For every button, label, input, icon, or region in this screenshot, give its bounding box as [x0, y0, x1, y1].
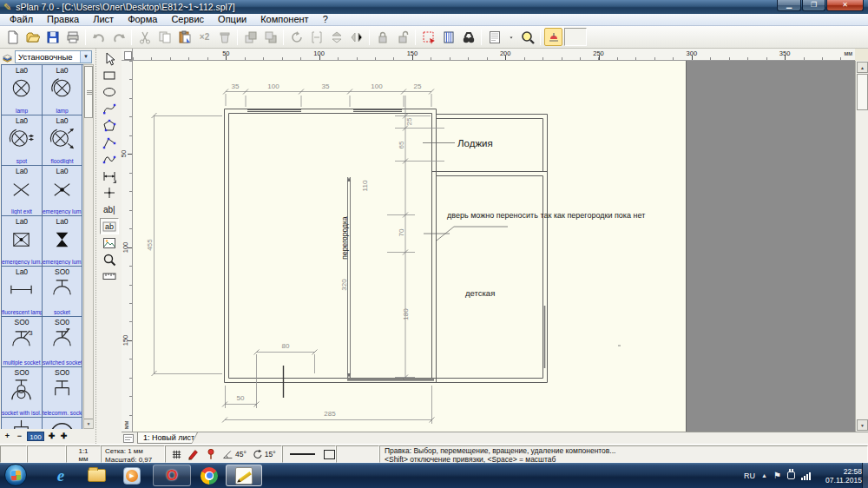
taskbar-opera-button[interactable]: O	[153, 465, 191, 486]
angle-snap-value[interactable]: 45°	[235, 450, 247, 458]
component-mode-button[interactable]	[544, 28, 562, 46]
zoom-window-button[interactable]	[518, 28, 536, 46]
component-emergency-dot[interactable]: La0emergency lum.	[43, 166, 82, 216]
menu-item-правка[interactable]: Правка	[40, 14, 86, 25]
component-telecomm-socket[interactable]: SO0telecomm. socket	[43, 367, 82, 418]
library-nav-up-button[interactable]: ✚	[47, 432, 56, 440]
library-scrollbar[interactable]: ▼	[83, 64, 94, 429]
tool-curve[interactable]	[100, 151, 119, 168]
chevron-down-icon[interactable]: ▼	[80, 51, 91, 63]
flip-horizontal-button[interactable]	[347, 28, 365, 46]
library-zoom-in-button[interactable]: +	[3, 432, 12, 440]
action-center-flag-icon[interactable]: ⚑	[773, 471, 781, 480]
tool-ellipse[interactable]	[100, 84, 119, 101]
search-button[interactable]	[459, 28, 477, 46]
cut-button[interactable]	[135, 28, 154, 46]
paste-button[interactable]	[175, 28, 194, 46]
grid-toggle-icon[interactable]	[171, 449, 182, 460]
component-switched-socket[interactable]: SO0switched socket	[43, 317, 82, 367]
component-light-exit[interactable]: La0light exit	[2, 166, 43, 216]
taskbar-explorer-button[interactable]	[80, 465, 113, 486]
taskbar-media-player-button[interactable]: ▶	[116, 465, 148, 486]
ungroup-button[interactable]	[393, 28, 411, 46]
blank-button[interactable]	[564, 28, 587, 46]
rotate-step-icon[interactable]	[252, 449, 263, 460]
component-spot[interactable]: La0spot	[2, 115, 43, 166]
tool-bezier[interactable]	[100, 101, 119, 117]
component-fluorescent[interactable]: La0fluorescent lamp	[2, 267, 43, 317]
component-lamp[interactable]: La0lamp	[2, 65, 43, 115]
tool-text[interactable]	[100, 201, 119, 218]
tool-rectangle[interactable]	[100, 67, 119, 83]
component-floodlight[interactable]: La0floodlight	[43, 115, 82, 166]
rotate-step-value[interactable]: 15°	[265, 450, 276, 458]
line-style-sample[interactable]	[290, 453, 315, 455]
menu-item-лист[interactable]: Лист	[86, 14, 121, 25]
fill-style-sample[interactable]	[324, 450, 335, 459]
scroll-up-arrow[interactable]: ▲	[857, 62, 868, 73]
sheet-preview-button[interactable]	[485, 28, 503, 46]
menu-item-компонент[interactable]: Компонент	[253, 14, 315, 25]
dropdown-arrow-button[interactable]	[505, 28, 516, 46]
library-scroll-down-arrow[interactable]: ▼	[84, 419, 93, 428]
sheet-tab[interactable]: 1: Новый лист	[137, 432, 198, 444]
menu-item-форма[interactable]: Форма	[121, 14, 164, 25]
title-bar[interactable]: ✎ sPlan 7.0 - [C:\Users\Олег\Desktop\E81…	[0, 0, 868, 14]
canvas-vertical-scrollbar[interactable]: ▲ ▼	[855, 61, 868, 432]
duplicate-button[interactable]: ×2	[195, 28, 214, 46]
print-button[interactable]	[63, 28, 82, 46]
library-zoom-out-button[interactable]: −	[15, 432, 24, 440]
tool-zoom[interactable]	[100, 252, 119, 268]
tool-node[interactable]	[100, 184, 119, 201]
menu-item-файл[interactable]: Файл	[3, 14, 40, 25]
scrollbar-thumb[interactable]	[857, 74, 868, 110]
new-document-button[interactable]	[3, 28, 22, 46]
select-special-button[interactable]	[419, 28, 437, 46]
show-desktop-button[interactable]	[862, 463, 868, 488]
component-emergency-solid[interactable]: La0emergency lum.	[43, 216, 82, 267]
library-category-select[interactable]: Установочные ▼	[15, 50, 92, 63]
tool-polyline[interactable]	[100, 135, 119, 151]
menu-item-?[interactable]: ?	[316, 14, 335, 25]
send-to-back-button[interactable]	[261, 28, 279, 46]
component-lamp-arc[interactable]: La0lamp	[43, 65, 82, 115]
tool-measure[interactable]	[100, 268, 119, 285]
component-multiple-socket[interactable]: SO0multiple socket	[2, 317, 43, 367]
taskbar-splan-button[interactable]	[226, 465, 262, 486]
rotate-button[interactable]	[287, 28, 306, 46]
save-button[interactable]	[43, 28, 62, 46]
component-isol-socket[interactable]: SO0socket with isol. transf.	[2, 367, 43, 418]
component-socket[interactable]: SO0socket	[43, 267, 82, 317]
restore-button[interactable]: ❐	[802, 0, 825, 11]
library-scrollbar-thumb[interactable]	[84, 66, 93, 118]
snap-pin-icon[interactable]	[205, 448, 217, 460]
library-nav-down-button[interactable]: ✚	[59, 432, 69, 440]
scroll-down-arrow[interactable]: ▼	[857, 419, 868, 431]
mirror-button[interactable]	[307, 28, 326, 46]
undo-button[interactable]	[89, 28, 108, 46]
open-button[interactable]	[23, 28, 42, 46]
menu-item-сервис[interactable]: Сервис	[164, 14, 211, 25]
hidden-icons-chevron[interactable]: ▲	[761, 472, 767, 478]
library-zoom-value[interactable]: 100	[27, 432, 44, 441]
component-list-button[interactable]	[439, 28, 457, 46]
taskbar-chrome-button[interactable]	[194, 465, 224, 486]
taskbar-ie-button[interactable]: e	[45, 465, 76, 486]
copy-button[interactable]	[155, 28, 174, 46]
floor-plan-drawing[interactable]: 35 100 35 100 25 25 65 110 70 180 455 32…	[133, 61, 855, 432]
redo-button[interactable]	[109, 28, 128, 46]
bring-to-front-button[interactable]	[241, 28, 260, 46]
tool-select-cursor[interactable]	[100, 50, 119, 67]
tool-polygon[interactable]	[100, 117, 119, 134]
close-button[interactable]: ✕	[826, 0, 864, 11]
network-signal-icon[interactable]	[801, 472, 811, 480]
delete-button[interactable]	[215, 28, 233, 46]
tool-text-box[interactable]	[100, 218, 119, 234]
component-emergency-box[interactable]: La0emergency lum.	[2, 216, 43, 267]
sheet-list-button[interactable]	[123, 434, 134, 443]
tool-dimension[interactable]	[100, 168, 119, 184]
power-plug-icon[interactable]	[787, 472, 795, 479]
minimize-button[interactable]: ▁	[777, 0, 801, 11]
draw-mode-icon[interactable]	[187, 448, 200, 460]
flip-vertical-button[interactable]	[327, 28, 345, 46]
